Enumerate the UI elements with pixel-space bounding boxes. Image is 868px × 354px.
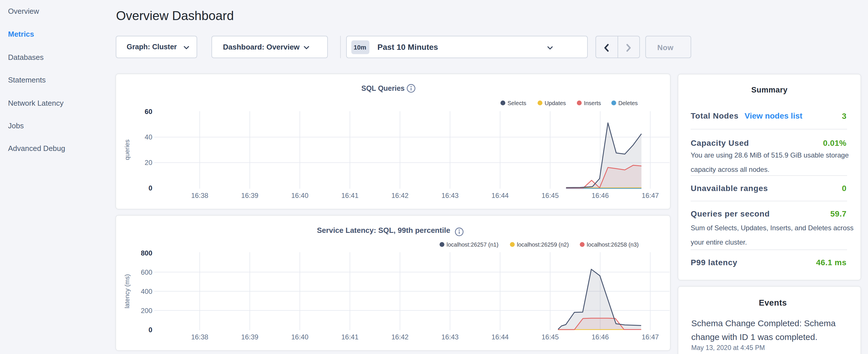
svg-text:16:44: 16:44	[492, 333, 509, 341]
svg-text:16:41: 16:41	[341, 192, 359, 199]
svg-text:16:39: 16:39	[241, 192, 258, 199]
svg-text:16:45: 16:45	[541, 333, 559, 341]
svg-text:16:38: 16:38	[191, 192, 208, 199]
svg-text:16:42: 16:42	[391, 192, 408, 199]
svg-text:Inserts: Inserts	[584, 100, 601, 106]
svg-text:latency (ms): latency (ms)	[124, 274, 131, 309]
svg-text:16:38: 16:38	[191, 333, 208, 341]
svg-text:16:43: 16:43	[441, 192, 459, 199]
svg-text:Deletes: Deletes	[618, 100, 638, 106]
svg-text:Selects: Selects	[507, 100, 526, 106]
svg-text:16:43: 16:43	[441, 333, 459, 341]
svg-text:16:41: 16:41	[341, 333, 359, 341]
svg-text:60: 60	[145, 108, 152, 116]
svg-text:16:47: 16:47	[642, 333, 659, 341]
svg-text:localhost:26258 (n3): localhost:26258 (n3)	[587, 242, 639, 248]
svg-text:16:40: 16:40	[291, 192, 308, 199]
svg-text:16:42: 16:42	[391, 333, 408, 341]
svg-text:Updates: Updates	[545, 100, 566, 106]
svg-text:16:47: 16:47	[642, 192, 659, 199]
svg-text:16:46: 16:46	[591, 333, 609, 341]
svg-text:0: 0	[149, 185, 152, 192]
svg-text:queries: queries	[124, 139, 131, 160]
svg-text:localhost:26257 (n1): localhost:26257 (n1)	[446, 242, 498, 248]
svg-text:600: 600	[141, 268, 152, 276]
svg-text:16:40: 16:40	[291, 333, 308, 341]
svg-text:200: 200	[141, 307, 152, 315]
svg-text:40: 40	[145, 133, 152, 141]
svg-text:16:44: 16:44	[492, 192, 509, 199]
svg-text:0: 0	[149, 326, 152, 334]
svg-text:localhost:26259 (n2): localhost:26259 (n2)	[517, 242, 568, 248]
svg-text:16:45: 16:45	[541, 192, 559, 199]
svg-text:20: 20	[145, 159, 152, 167]
svg-text:400: 400	[141, 288, 152, 295]
svg-text:800: 800	[141, 249, 152, 257]
svg-text:16:39: 16:39	[241, 333, 258, 341]
svg-text:16:46: 16:46	[591, 192, 609, 199]
